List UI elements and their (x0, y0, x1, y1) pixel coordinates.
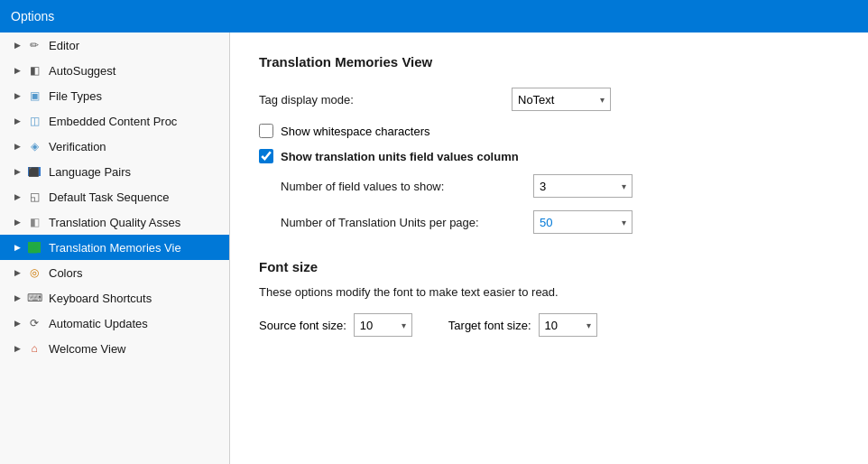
sidebar-item-langpairs[interactable]: ▶Language Pairs (0, 159, 229, 184)
section-title: Translation Memories View (259, 54, 839, 70)
num-tu-per-page-dropdown[interactable]: 50 ▾ (533, 210, 633, 234)
sidebar-item-label: AutoSuggest (49, 64, 222, 78)
font-size-title: Font size (259, 259, 839, 274)
sidebar-item-label: Language Pairs (49, 165, 222, 179)
arrow-icon: ▶ (14, 344, 25, 353)
show-whitespace-row: Show whitespace characters (259, 124, 839, 138)
num-tu-per-page-arrow: ▾ (622, 218, 626, 227)
arrow-icon: ▶ (14, 116, 25, 125)
sidebar-item-label: File Types (49, 89, 222, 103)
num-field-values-label: Number of field values to show: (281, 180, 533, 193)
sidebar-item-tqa[interactable]: ▶Translation Quality Asses (0, 209, 229, 235)
sidebar-item-welcome[interactable]: ▶Welcome View (0, 336, 229, 361)
num-field-values-arrow: ▾ (622, 181, 626, 191)
source-font-group: Source font size: 10 ▾ (259, 313, 412, 337)
arrow-icon: ▶ (14, 243, 25, 252)
arrow-icon: ▶ (14, 167, 25, 176)
sidebar-item-label: Default Task Sequence (49, 190, 222, 204)
sidebar-item-filetypes[interactable]: ▶File Types (0, 83, 229, 108)
sidebar-item-label: Verification (49, 140, 222, 153)
tag-display-arrow: ▾ (600, 95, 605, 105)
show-translation-units-row: Show translation units field values colu… (259, 149, 839, 163)
arrow-icon: ▶ (14, 293, 25, 302)
tag-display-row: Tag display mode: NoText ▾ (259, 88, 839, 111)
num-field-values-row: Number of field values to show: 3 ▾ (281, 174, 839, 198)
sidebar-item-label: Editor (49, 39, 222, 52)
langpairs-icon (25, 164, 43, 179)
title-bar: Options (0, 0, 868, 32)
taskseq-icon (25, 190, 43, 204)
sidebar-item-keyboard[interactable]: ▶Keyboard Shortcuts (0, 285, 229, 311)
font-size-row: Source font size: 10 ▾ Target font size:… (259, 313, 839, 337)
autosuggest-icon (25, 63, 43, 78)
arrow-icon: ▶ (14, 218, 25, 227)
num-tu-per-page-label: Number of Translation Units per page: (281, 216, 533, 229)
sidebar-item-updates[interactable]: ▶Automatic Updates (0, 311, 229, 336)
num-field-values-dropdown[interactable]: 3 ▾ (533, 174, 633, 198)
font-size-desc: These options modify the font to make te… (259, 285, 839, 299)
arrow-icon: ▶ (14, 142, 25, 151)
font-size-section: Font size These options modify the font … (259, 259, 839, 337)
show-translation-units-checkbox[interactable] (259, 149, 273, 163)
main-container: ▶Editor▶AutoSuggest▶File Types▶Embedded … (0, 32, 868, 464)
tag-display-value: NoText (518, 93, 554, 107)
sidebar-item-label: Colors (49, 266, 222, 280)
arrow-icon: ▶ (14, 192, 25, 201)
title-text: Options (11, 9, 54, 23)
sidebar-item-label: Automatic Updates (49, 317, 222, 330)
embedded-icon (25, 114, 43, 128)
target-font-group: Target font size: 10 ▾ (448, 313, 597, 337)
source-font-dropdown[interactable]: 10 ▾ (354, 313, 412, 337)
sidebar-item-label: Embedded Content Proc (49, 115, 222, 128)
tmview-icon (25, 240, 43, 255)
verification-icon (25, 139, 43, 153)
show-whitespace-label: Show whitespace characters (281, 125, 429, 138)
sidebar-item-editor[interactable]: ▶Editor (0, 32, 229, 58)
tqa-icon (25, 215, 43, 229)
keyboard-icon (25, 291, 43, 305)
num-tu-per-page-row: Number of Translation Units per page: 50… (281, 210, 839, 234)
updates-icon (25, 316, 43, 330)
num-tu-per-page-value: 50 (540, 216, 552, 229)
target-font-value: 10 (545, 319, 558, 332)
source-font-arrow: ▾ (402, 320, 406, 330)
sidebar-item-embedded[interactable]: ▶Embedded Content Proc (0, 108, 229, 134)
editor-icon (25, 38, 43, 52)
sidebar-item-label: Translation Quality Asses (49, 216, 222, 229)
num-field-values-value: 3 (540, 180, 546, 193)
sidebar-item-taskseq[interactable]: ▶Default Task Sequence (0, 184, 229, 209)
content-panel: Translation Memories View Tag display mo… (230, 32, 868, 464)
target-font-arrow: ▾ (586, 320, 591, 330)
tag-display-label: Tag display mode: (259, 93, 512, 107)
show-whitespace-checkbox[interactable] (259, 124, 273, 138)
colors-icon (25, 265, 43, 280)
source-font-value: 10 (360, 319, 373, 332)
arrow-icon: ▶ (14, 91, 25, 100)
show-translation-units-label: Show translation units field values colu… (281, 150, 519, 163)
sidebar-item-label: Welcome View (49, 342, 222, 356)
sidebar-item-label: Translation Memories Vie (49, 241, 222, 255)
filetypes-icon (25, 88, 43, 103)
source-font-label: Source font size: (259, 319, 346, 332)
sidebar-item-verification[interactable]: ▶Verification (0, 134, 229, 159)
sidebar-item-label: Keyboard Shortcuts (49, 292, 222, 305)
sidebar-item-tmview[interactable]: ▶Translation Memories Vie (0, 235, 229, 260)
sidebar-item-autosuggest[interactable]: ▶AutoSuggest (0, 58, 229, 83)
arrow-icon: ▶ (14, 41, 25, 50)
target-font-dropdown[interactable]: 10 ▾ (539, 313, 597, 337)
sidebar-item-colors[interactable]: ▶Colors (0, 260, 229, 285)
arrow-icon: ▶ (14, 319, 25, 328)
welcome-icon (25, 341, 43, 356)
arrow-icon: ▶ (14, 66, 25, 75)
tag-display-dropdown[interactable]: NoText ▾ (512, 88, 611, 111)
sidebar: ▶Editor▶AutoSuggest▶File Types▶Embedded … (0, 32, 230, 464)
target-font-label: Target font size: (448, 319, 531, 332)
arrow-icon: ▶ (14, 268, 25, 277)
